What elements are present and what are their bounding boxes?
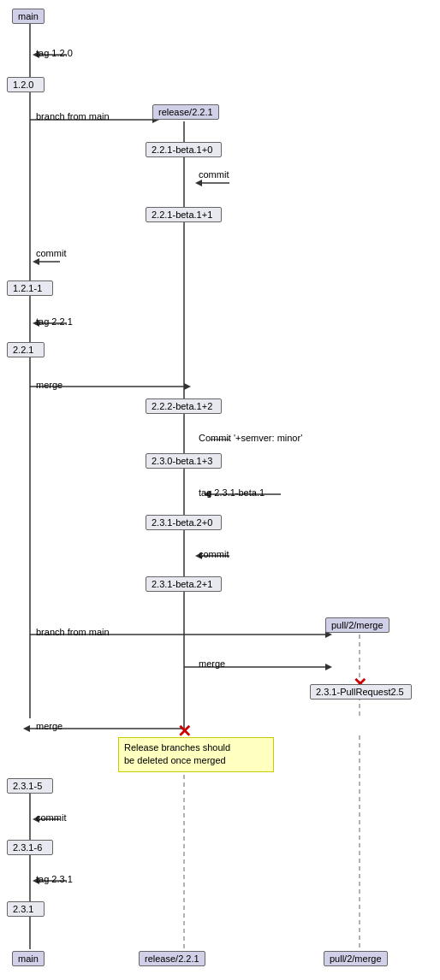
label-branch-from-main-1: branch from main bbox=[36, 111, 110, 121]
label-tag-231: tag 2.3.1 bbox=[36, 874, 73, 884]
node-release221: release/2.2.1 bbox=[152, 104, 219, 120]
label-merge-1: merge bbox=[36, 380, 62, 390]
node-main-bottom: main bbox=[12, 951, 45, 966]
svg-marker-17 bbox=[184, 383, 191, 390]
node-v120: 1.2.0 bbox=[7, 77, 45, 92]
svg-marker-11 bbox=[195, 180, 202, 186]
label-merge-2: merge bbox=[199, 658, 225, 669]
git-diagram: main tag 1.2.0 1.2.0 branch from main re… bbox=[0, 0, 440, 980]
node-pull2merge-bottom: pull/2/merge bbox=[324, 951, 388, 966]
node-release221-bottom: release/2.2.1 bbox=[139, 951, 205, 966]
label-commit-2: commit bbox=[36, 248, 66, 258]
svg-marker-28 bbox=[23, 725, 30, 732]
node-beta231-0: 2.3.1-beta.2+0 bbox=[146, 515, 222, 530]
label-tag-120: tag 1.2.0 bbox=[36, 48, 73, 58]
svg-marker-13 bbox=[33, 258, 39, 265]
label-branch-from-main-2: branch from main bbox=[36, 627, 110, 637]
node-beta221-0: 2.2.1-beta.1+0 bbox=[146, 142, 222, 157]
node-v1221: 1.2.1-1 bbox=[7, 280, 53, 296]
node-v231: 2.3.1 bbox=[7, 901, 45, 917]
node-pull2merge: pull/2/merge bbox=[325, 617, 389, 633]
svg-marker-26 bbox=[325, 664, 332, 670]
node-pullrequest: 2.3.1-PullRequest2.5 bbox=[310, 684, 412, 700]
label-commit-1: commit bbox=[199, 169, 229, 180]
node-beta222-2: 2.2.2-beta.1+2 bbox=[146, 398, 222, 414]
label-commit-4: commit bbox=[36, 812, 66, 823]
node-main-top: main bbox=[12, 9, 45, 24]
label-commit-semver: Commit '+semver: minor' bbox=[199, 433, 302, 443]
node-v2316: 2.3.1-6 bbox=[7, 840, 53, 855]
warning-box: Release branches shouldbe deleted once m… bbox=[118, 737, 274, 772]
label-tag-221: tag 2.2.1 bbox=[36, 316, 73, 327]
label-commit-3: commit bbox=[199, 549, 229, 559]
node-beta231-1: 2.3.1-beta.2+1 bbox=[146, 576, 222, 592]
node-v2315: 2.3.1-5 bbox=[7, 778, 53, 794]
label-tag-231-beta: tag 2.3.1-beta.1 bbox=[199, 487, 265, 498]
node-v221: 2.2.1 bbox=[7, 342, 45, 357]
node-beta221-1: 2.2.1-beta.1+1 bbox=[146, 207, 222, 222]
warning-text: Release branches shouldbe deleted once m… bbox=[124, 742, 230, 765]
node-beta230-3: 2.3.0-beta.1+3 bbox=[146, 453, 222, 469]
label-merge-3: merge bbox=[36, 721, 62, 731]
